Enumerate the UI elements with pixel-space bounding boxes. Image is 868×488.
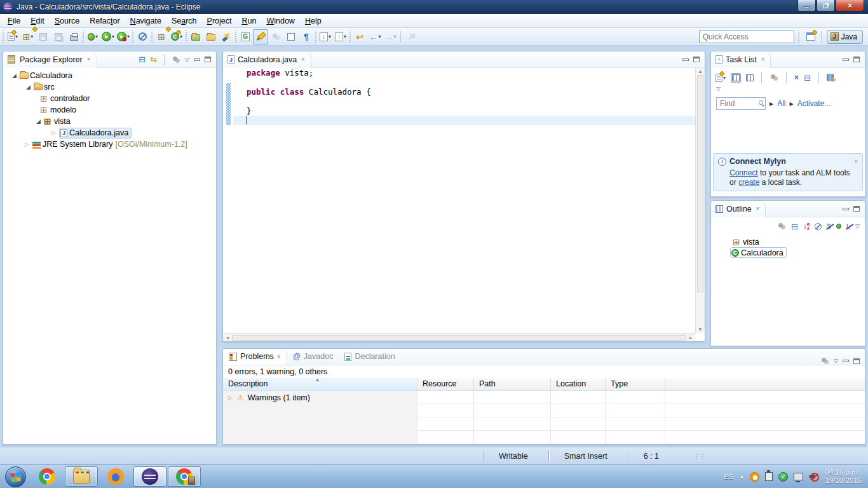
volume-muted-icon[interactable] — [809, 472, 819, 481]
scrollbar-thumb[interactable] — [232, 335, 686, 341]
focus-button[interactable] — [820, 357, 829, 365]
open-resource-button[interactable] — [203, 29, 219, 44]
menu-navigate[interactable]: Navigate — [125, 14, 166, 28]
declaration-tab[interactable]: Declaration — [339, 348, 400, 365]
tree-item-jre-library[interactable]: ▷ JRE System Library [OSGi/Minimum-1.2] — [3, 139, 216, 150]
menu-run[interactable]: Run — [236, 14, 261, 28]
print-button[interactable] — [66, 29, 81, 44]
scrollbar-thumb[interactable] — [697, 75, 703, 292]
language-indicator[interactable]: ES — [724, 473, 733, 480]
skip-breakpoints-button[interactable] — [135, 29, 150, 44]
activate-link[interactable]: Activate... — [797, 99, 831, 108]
pin-editor-button[interactable] — [403, 29, 419, 44]
close-view-icon[interactable]: × — [761, 56, 765, 63]
minimize-view-button[interactable] — [843, 208, 849, 210]
close-view-icon[interactable]: × — [756, 205, 760, 212]
show-source-of-selected-button[interactable] — [283, 29, 299, 44]
minimize-view-button[interactable] — [194, 58, 200, 61]
next-annotation-button[interactable]: ↓▾ — [318, 29, 333, 44]
column-header-resource[interactable]: Resource — [417, 378, 474, 390]
selected-tree-item[interactable]: J Calculadora.java — [59, 128, 132, 139]
selected-outline-item[interactable]: C Calculadora — [730, 247, 787, 258]
column-header-location[interactable]: Location — [551, 378, 606, 390]
menu-window[interactable]: Window — [261, 14, 299, 28]
sort-button[interactable]: ↓az — [803, 222, 810, 231]
action-center-icon[interactable]: ✓ — [778, 472, 788, 482]
maximize-view-button[interactable] — [853, 57, 860, 62]
start-button[interactable] — [5, 466, 26, 487]
network-icon[interactable] — [794, 473, 803, 480]
menu-edit[interactable]: Edit — [25, 14, 50, 28]
maximize-editor-button[interactable] — [693, 57, 700, 62]
javadoc-tab[interactable]: @ Javadoc — [287, 348, 339, 365]
open-perspective-button[interactable] — [803, 29, 818, 44]
java-perspective-button[interactable]: J Java — [827, 30, 863, 44]
debug-button[interactable]: ▾ — [85, 29, 100, 44]
previous-annotation-button[interactable]: ↑▾ — [333, 29, 348, 44]
focus-button[interactable] — [777, 222, 786, 230]
taskbar-explorer[interactable] — [65, 466, 98, 487]
maximize-view-button[interactable] — [853, 358, 860, 364]
column-header-type[interactable]: Type — [606, 378, 665, 390]
run-external-button[interactable]: ▶▾ — [116, 29, 131, 44]
column-header-path[interactable]: Path — [474, 378, 551, 390]
new-task-from-marker-button[interactable]: G — [238, 29, 253, 44]
hide-non-public-button[interactable] — [836, 224, 841, 229]
link-with-editor-button[interactable]: ⇆ — [150, 56, 157, 64]
run-button[interactable]: ▶▾ — [100, 29, 116, 44]
menu-source[interactable]: Source — [50, 14, 85, 28]
new-java-package-button[interactable]: ⊞ — [154, 29, 169, 44]
hide-fields-button[interactable] — [815, 223, 822, 230]
menu-search[interactable]: Search — [166, 14, 202, 28]
expander-open-icon[interactable]: ◢ — [36, 118, 44, 125]
menu-file[interactable]: File — [3, 14, 25, 28]
collapse-all-button[interactable]: ⊟ — [791, 222, 798, 231]
taskbar-eclipse[interactable] — [133, 466, 166, 487]
view-menu-button[interactable]: ▽ — [834, 358, 838, 364]
save-all-button[interactable] — [51, 29, 66, 44]
expander-closed-icon[interactable]: ▷ — [51, 130, 59, 136]
open-type-button[interactable] — [188, 29, 203, 44]
outline-item-vista[interactable]: ⊞ vista — [711, 236, 865, 247]
quick-access-input[interactable] — [699, 30, 794, 43]
expander-closed-icon[interactable]: ▷ — [228, 395, 236, 401]
view-menu-button[interactable]: ▽ — [855, 223, 860, 229]
categorized-view-button[interactable] — [731, 73, 741, 83]
hide-static-members-button[interactable]: S — [827, 223, 831, 230]
close-button[interactable]: × — [836, 0, 864, 11]
tree-item-vista[interactable]: ◢ ⊞ vista — [3, 116, 216, 127]
focus-button[interactable] — [172, 56, 180, 64]
view-menu-button[interactable]: ▽ — [185, 57, 189, 63]
show-whitespace-button[interactable]: ¶ — [299, 29, 314, 44]
filter-all-link[interactable]: All — [777, 99, 785, 108]
problems-tab[interactable]: Problems × — [223, 348, 287, 365]
tray-orange-app-icon[interactable] — [750, 472, 759, 482]
maximize-view-button[interactable] — [205, 57, 211, 62]
scroll-down-icon[interactable]: ▼ — [696, 327, 705, 332]
expander-closed-icon[interactable]: ▷ — [25, 141, 32, 147]
tray-clipboard-icon[interactable] — [765, 472, 773, 481]
menu-refactor[interactable]: Refactor — [85, 14, 125, 28]
hide-local-types-button[interactable]: L — [846, 223, 850, 230]
taskbar-clock[interactable]: 04:16 p.m. 19/10/2016 — [825, 468, 862, 485]
scroll-left-icon[interactable]: ◂ — [223, 335, 232, 341]
tree-item-src[interactable]: ◢ src — [3, 81, 216, 93]
minimize-button[interactable] — [797, 0, 816, 11]
minimize-view-button[interactable] — [843, 360, 849, 362]
maximize-view-button[interactable] — [853, 206, 860, 212]
view-menu-button[interactable]: ▽ — [716, 86, 721, 92]
restore-button[interactable] — [817, 0, 835, 11]
taskbar-chrome-window[interactable] — [168, 466, 201, 487]
new-task-button[interactable]: ▾ — [715, 74, 726, 82]
search-button[interactable] — [219, 29, 234, 44]
back-button[interactable]: ←▾ — [367, 29, 383, 44]
editor-tab-calculadora[interactable]: J Calculadora.java × — [223, 51, 311, 68]
new-java-project-button[interactable]: ⊞▾ — [20, 29, 36, 44]
tree-item-project-calculadora[interactable]: ◢ ⚠ Calculadora — [3, 70, 216, 81]
horizontal-scrollbar[interactable]: ◂ ▸ — [223, 333, 695, 341]
close-view-icon[interactable]: × — [87, 56, 91, 63]
code-editor[interactable]: package vista; public class Calculadora … — [223, 68, 705, 341]
scroll-right-icon[interactable]: ▸ — [686, 335, 695, 341]
new-wizard-button[interactable]: ▾ — [5, 29, 20, 44]
tree-item-modelo[interactable]: ⊞ modelo — [3, 104, 216, 116]
